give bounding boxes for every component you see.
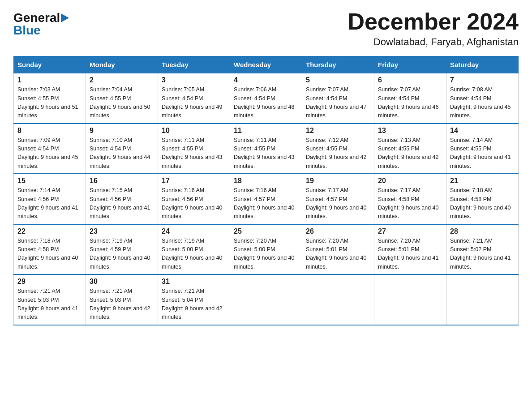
weekday-header-cell: Friday: [374, 56, 446, 73]
calendar-day-cell: 31Sunrise: 7:21 AMSunset: 5:04 PMDayligh…: [158, 274, 230, 325]
day-number: 4: [234, 76, 298, 84]
day-info: Sunrise: 7:19 AMSunset: 4:59 PMDaylight:…: [90, 237, 154, 272]
day-number: 23: [90, 227, 154, 235]
day-number: 26: [306, 227, 370, 235]
calendar-day-cell: 6Sunrise: 7:07 AMSunset: 4:54 PMDaylight…: [374, 73, 446, 124]
day-info: Sunrise: 7:12 AMSunset: 4:55 PMDaylight:…: [306, 136, 370, 171]
day-info: Sunrise: 7:17 AMSunset: 4:57 PMDaylight:…: [306, 186, 370, 221]
calendar-week-row: 22Sunrise: 7:18 AMSunset: 4:58 PMDayligh…: [14, 224, 519, 275]
day-info: Sunrise: 7:18 AMSunset: 4:58 PMDaylight:…: [17, 237, 82, 272]
day-info: Sunrise: 7:07 AMSunset: 4:54 PMDaylight:…: [378, 86, 442, 120]
calendar-day-cell: 30Sunrise: 7:21 AMSunset: 5:03 PMDayligh…: [86, 274, 158, 325]
day-info: Sunrise: 7:20 AMSunset: 5:01 PMDaylight:…: [306, 237, 370, 272]
day-number: 27: [378, 227, 442, 235]
calendar-day-cell: 23Sunrise: 7:19 AMSunset: 4:59 PMDayligh…: [86, 224, 158, 275]
day-number: 7: [450, 76, 515, 84]
weekday-header-cell: Sunday: [14, 56, 86, 73]
calendar-day-cell: 26Sunrise: 7:20 AMSunset: 5:01 PMDayligh…: [302, 224, 374, 275]
logo-general: General: [13, 12, 60, 24]
calendar-day-cell: 20Sunrise: 7:17 AMSunset: 4:58 PMDayligh…: [374, 174, 446, 224]
day-info: Sunrise: 7:16 AMSunset: 4:56 PMDaylight:…: [162, 186, 226, 221]
day-number: 3: [162, 76, 226, 84]
day-info: Sunrise: 7:21 AMSunset: 5:03 PMDaylight:…: [90, 287, 154, 322]
calendar-day-cell: 1Sunrise: 7:03 AMSunset: 4:55 PMDaylight…: [14, 73, 86, 124]
day-info: Sunrise: 7:14 AMSunset: 4:55 PMDaylight:…: [450, 136, 515, 171]
day-number: 30: [90, 278, 154, 286]
day-number: 8: [17, 127, 82, 135]
calendar-day-cell: 13Sunrise: 7:13 AMSunset: 4:55 PMDayligh…: [374, 124, 446, 174]
svg-marker-0: [61, 13, 69, 22]
day-number: 29: [17, 278, 82, 286]
day-number: 10: [162, 127, 226, 135]
calendar-day-cell: 10Sunrise: 7:11 AMSunset: 4:55 PMDayligh…: [158, 124, 230, 174]
day-number: 25: [234, 227, 298, 235]
day-info: Sunrise: 7:10 AMSunset: 4:54 PMDaylight:…: [90, 136, 154, 171]
calendar-day-cell: 12Sunrise: 7:12 AMSunset: 4:55 PMDayligh…: [302, 124, 374, 174]
day-info: Sunrise: 7:09 AMSunset: 4:54 PMDaylight:…: [17, 136, 82, 171]
day-info: Sunrise: 7:11 AMSunset: 4:55 PMDaylight:…: [162, 136, 226, 171]
calendar-day-cell: 5Sunrise: 7:07 AMSunset: 4:54 PMDaylight…: [302, 73, 374, 124]
day-number: 16: [90, 177, 154, 185]
day-info: Sunrise: 7:13 AMSunset: 4:55 PMDaylight:…: [378, 136, 442, 171]
logo: General Blue: [13, 9, 69, 37]
day-info: Sunrise: 7:17 AMSunset: 4:58 PMDaylight:…: [378, 186, 442, 221]
day-number: 15: [17, 177, 82, 185]
calendar-day-cell: 24Sunrise: 7:19 AMSunset: 5:00 PMDayligh…: [158, 224, 230, 275]
day-number: 19: [306, 177, 370, 185]
weekday-header-cell: Thursday: [302, 56, 374, 73]
calendar-week-row: 8Sunrise: 7:09 AMSunset: 4:54 PMDaylight…: [14, 124, 519, 174]
calendar-day-cell: 18Sunrise: 7:16 AMSunset: 4:57 PMDayligh…: [230, 174, 302, 224]
weekday-header-row: SundayMondayTuesdayWednesdayThursdayFrid…: [14, 56, 519, 73]
day-number: 5: [306, 76, 370, 84]
calendar-day-cell: 17Sunrise: 7:16 AMSunset: 4:56 PMDayligh…: [158, 174, 230, 224]
logo-arrow-icon: [61, 13, 69, 22]
calendar-day-cell: [302, 274, 374, 325]
calendar-day-cell: 9Sunrise: 7:10 AMSunset: 4:54 PMDaylight…: [86, 124, 158, 174]
day-info: Sunrise: 7:07 AMSunset: 4:54 PMDaylight:…: [306, 86, 370, 120]
calendar-day-cell: 11Sunrise: 7:11 AMSunset: 4:55 PMDayligh…: [230, 124, 302, 174]
calendar-day-cell: 3Sunrise: 7:05 AMSunset: 4:54 PMDaylight…: [158, 73, 230, 124]
day-number: 11: [234, 127, 298, 135]
calendar-day-cell: 7Sunrise: 7:08 AMSunset: 4:54 PMDaylight…: [446, 73, 519, 124]
day-info: Sunrise: 7:20 AMSunset: 5:01 PMDaylight:…: [378, 237, 442, 272]
calendar-week-row: 15Sunrise: 7:14 AMSunset: 4:56 PMDayligh…: [14, 174, 519, 224]
calendar-day-cell: [374, 274, 446, 325]
day-info: Sunrise: 7:11 AMSunset: 4:55 PMDaylight:…: [234, 136, 298, 171]
day-info: Sunrise: 7:18 AMSunset: 4:58 PMDaylight:…: [450, 186, 515, 221]
calendar-table: SundayMondayTuesdayWednesdayThursdayFrid…: [13, 56, 519, 325]
day-info: Sunrise: 7:21 AMSunset: 5:02 PMDaylight:…: [450, 237, 515, 272]
calendar-day-cell: [446, 274, 519, 325]
calendar-day-cell: 14Sunrise: 7:14 AMSunset: 4:55 PMDayligh…: [446, 124, 519, 174]
location-title: Dowlatabad, Faryab, Afghanistan: [348, 36, 519, 48]
calendar-day-cell: 28Sunrise: 7:21 AMSunset: 5:02 PMDayligh…: [446, 224, 519, 275]
calendar-day-cell: 4Sunrise: 7:06 AMSunset: 4:54 PMDaylight…: [230, 73, 302, 124]
weekday-header-cell: Saturday: [446, 56, 519, 73]
day-number: 9: [90, 127, 154, 135]
calendar-day-cell: 27Sunrise: 7:20 AMSunset: 5:01 PMDayligh…: [374, 224, 446, 275]
day-number: 13: [378, 127, 442, 135]
day-info: Sunrise: 7:21 AMSunset: 5:04 PMDaylight:…: [162, 287, 226, 322]
calendar-week-row: 1Sunrise: 7:03 AMSunset: 4:55 PMDaylight…: [14, 73, 519, 124]
calendar-body: 1Sunrise: 7:03 AMSunset: 4:55 PMDaylight…: [14, 73, 519, 325]
day-info: Sunrise: 7:05 AMSunset: 4:54 PMDaylight:…: [162, 86, 226, 120]
day-number: 28: [450, 227, 515, 235]
calendar-day-cell: 25Sunrise: 7:20 AMSunset: 5:00 PMDayligh…: [230, 224, 302, 275]
calendar-day-cell: 15Sunrise: 7:14 AMSunset: 4:56 PMDayligh…: [14, 174, 86, 224]
calendar-day-cell: 2Sunrise: 7:04 AMSunset: 4:55 PMDaylight…: [86, 73, 158, 124]
calendar-day-cell: 22Sunrise: 7:18 AMSunset: 4:58 PMDayligh…: [14, 224, 86, 275]
day-info: Sunrise: 7:19 AMSunset: 5:00 PMDaylight:…: [162, 237, 226, 272]
day-number: 21: [450, 177, 515, 185]
weekday-header-cell: Monday: [86, 56, 158, 73]
day-number: 31: [162, 278, 226, 286]
day-number: 12: [306, 127, 370, 135]
calendar-week-row: 29Sunrise: 7:21 AMSunset: 5:03 PMDayligh…: [14, 274, 519, 325]
day-info: Sunrise: 7:21 AMSunset: 5:03 PMDaylight:…: [17, 287, 82, 322]
calendar-day-cell: 29Sunrise: 7:21 AMSunset: 5:03 PMDayligh…: [14, 274, 86, 325]
day-number: 6: [378, 76, 442, 84]
day-info: Sunrise: 7:04 AMSunset: 4:55 PMDaylight:…: [90, 86, 154, 120]
day-number: 20: [378, 177, 442, 185]
day-number: 17: [162, 177, 226, 185]
weekday-header-cell: Wednesday: [230, 56, 302, 73]
day-number: 18: [234, 177, 298, 185]
weekday-header-cell: Tuesday: [158, 56, 230, 73]
